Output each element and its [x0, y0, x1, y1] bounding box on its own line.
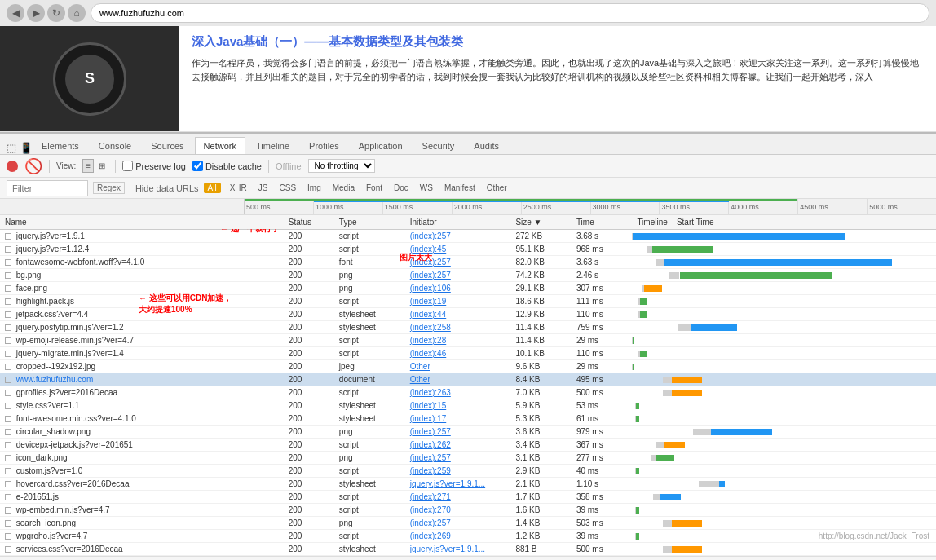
row-name[interactable]: www.fuzhufuzhu.com [0, 373, 284, 386]
disable-cache-label[interactable]: Disable cache [192, 161, 262, 171]
row-initiator: (index):257 [405, 452, 511, 465]
row-timeline [632, 230, 936, 243]
preserve-log-checkbox[interactable] [122, 161, 133, 171]
row-size: 82.0 KB [510, 256, 572, 269]
row-time: 61 ms [572, 412, 633, 426]
address-bar[interactable] [91, 3, 929, 23]
row-name[interactable]: wpgroho.js?ver=4.7 [0, 530, 284, 543]
row-type: script [334, 386, 405, 399]
row-timeline [632, 465, 936, 478]
tab-application[interactable]: Application [350, 137, 412, 154]
row-time: 759 ms [572, 321, 633, 334]
row-type: stylesheet [334, 412, 405, 426]
home-button[interactable]: ⌂ [68, 4, 86, 22]
row-timeline [632, 439, 936, 452]
filter-manifest[interactable]: Manifest [440, 183, 479, 193]
clear-button[interactable]: 🚫 [24, 159, 42, 174]
tab-profiles[interactable]: Profiles [300, 137, 348, 154]
row-name[interactable]: hovercard.css?ver=2016Decaa [0, 478, 284, 491]
col-name[interactable]: Name [0, 215, 284, 230]
separator2 [115, 160, 116, 173]
row-name[interactable]: jquery-migrate.min.js?ver=1.4 [0, 347, 284, 360]
throttle-select[interactable]: No throttling [308, 159, 375, 173]
row-name[interactable]: jquery.js?ver=1.12.4 [0, 243, 284, 256]
row-status: 200 [284, 308, 334, 321]
filter-js[interactable]: JS [254, 183, 272, 193]
row-timeline [632, 504, 936, 517]
row-name[interactable]: bg.png [0, 269, 284, 282]
filter-media[interactable]: Media [329, 183, 359, 193]
grid-view-icon[interactable]: ⊞ [95, 159, 108, 173]
row-name[interactable]: jquery.postytip.min.js?ver=1.2 [0, 321, 284, 334]
device-icon[interactable]: 📱 [20, 142, 33, 154]
network-table-container[interactable]: Name Status Type Initiator Size ▼ Time T… [0, 215, 936, 556]
row-initiator: (index):17 [405, 412, 511, 426]
row-type: jpeg [334, 360, 405, 373]
all-filter[interactable]: All [204, 183, 221, 193]
inspect-icon[interactable]: ⬚ [7, 142, 16, 154]
row-time: 39 ms [572, 504, 633, 517]
row-name[interactable]: font-awesome.min.css?ver=4.1.0 [0, 412, 284, 426]
tab-audits[interactable]: Audits [465, 137, 508, 154]
row-name[interactable]: custom.js?ver=1.0 [0, 465, 284, 478]
row-name[interactable]: gprofiles.js?ver=2016Decaa [0, 386, 284, 399]
row-time: 3.68 s [572, 230, 633, 243]
row-name[interactable]: services.css?ver=2016Decaa [0, 543, 284, 556]
disable-cache-checkbox[interactable] [192, 161, 203, 171]
row-timeline [632, 334, 936, 347]
row-timeline [632, 360, 936, 373]
back-button[interactable]: ◀ [7, 4, 24, 22]
col-type[interactable]: Type [334, 215, 405, 230]
row-type: png [334, 452, 405, 465]
filter-ws[interactable]: WS [416, 183, 437, 193]
row-type: stylesheet [334, 321, 405, 334]
filter-other[interactable]: Other [483, 183, 511, 193]
row-name[interactable]: search_icon.png [0, 517, 284, 530]
separator4 [130, 182, 130, 195]
row-status: 200 [284, 517, 334, 530]
tab-timeline[interactable]: Timeline [247, 137, 298, 154]
row-size: 2.1 KB [510, 478, 572, 491]
row-initiator: (index):258 [405, 321, 511, 334]
preserve-log-label[interactable]: Preserve log [122, 161, 186, 171]
row-status: 200 [284, 373, 334, 386]
tab-elements[interactable]: Elements [33, 137, 88, 154]
nav-buttons: ◀ ▶ ↻ ⌂ [7, 4, 86, 22]
row-name[interactable]: wp-emoji-release.min.js?ver=4.7 [0, 334, 284, 347]
regex-button[interactable]: Regex [93, 182, 125, 194]
list-view-icon[interactable]: ≡ [82, 159, 94, 173]
row-size: 12.9 KB [510, 308, 572, 321]
col-size[interactable]: Size ▼ [510, 215, 572, 230]
row-timeline [632, 308, 936, 321]
row-name[interactable]: wp-embed.min.js?ver=4.7 [0, 504, 284, 517]
col-time[interactable]: Time [572, 215, 633, 230]
row-size: 2.9 KB [510, 465, 572, 478]
row-name[interactable]: cropped--192x192.jpg [0, 360, 284, 373]
browser-toolbar: ◀ ▶ ↻ ⌂ [0, 0, 936, 26]
row-type: script [334, 295, 405, 308]
filter-css[interactable]: CSS [275, 183, 300, 193]
col-timeline[interactable]: Timeline – Start Time [632, 215, 936, 230]
refresh-button[interactable]: ↻ [47, 4, 65, 22]
tab-network[interactable]: Network [195, 137, 245, 154]
filter-img[interactable]: Img [303, 183, 325, 193]
record-button[interactable] [7, 161, 18, 172]
row-name[interactable]: circular_shadow.png [0, 426, 284, 439]
tab-security[interactable]: Security [413, 137, 464, 154]
row-name[interactable]: e-201651.js [0, 491, 284, 504]
filter-xhr[interactable]: XHR [226, 183, 251, 193]
filter-doc[interactable]: Doc [390, 183, 413, 193]
row-timeline [632, 269, 936, 282]
row-name[interactable]: icon_dark.png [0, 452, 284, 465]
filter-input[interactable] [7, 180, 88, 196]
tab-sources[interactable]: Sources [142, 137, 192, 154]
row-name[interactable]: fontawesome-webfont.woff?v=4.1.0 [0, 256, 284, 269]
filter-font[interactable]: Font [362, 183, 386, 193]
tab-console[interactable]: Console [90, 137, 140, 154]
row-name[interactable]: devicepx-jetpack.js?ver=201651 [0, 439, 284, 452]
forward-button[interactable]: ▶ [27, 4, 45, 22]
logo-inner: S [65, 55, 114, 104]
row-name[interactable]: style.css?ver=1.1 [0, 399, 284, 412]
col-initiator[interactable]: Initiator [405, 215, 511, 230]
col-status[interactable]: Status [284, 215, 334, 230]
